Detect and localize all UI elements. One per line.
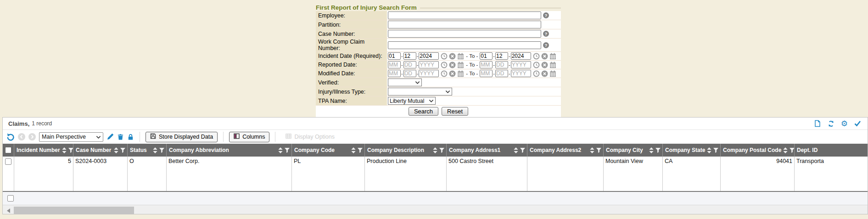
sort-icon[interactable]	[351, 147, 356, 153]
sort-icon[interactable]	[278, 147, 283, 153]
sort-icon[interactable]	[153, 147, 157, 153]
column-header-company-postal-code[interactable]: Company Postal Code	[721, 144, 795, 157]
store-displayed-data-button[interactable]: Store Displayed Data	[146, 132, 218, 142]
column-header-case-number[interactable]: Case Number	[73, 144, 128, 157]
clock-icon[interactable]	[533, 53, 540, 60]
calendar-icon[interactable]	[457, 62, 464, 68]
column-header-company-abbreviation[interactable]: Company Abbreviation	[167, 144, 292, 157]
clock-icon[interactable]	[533, 62, 540, 68]
filter-icon[interactable]	[790, 148, 795, 153]
reported-to-day-input[interactable]	[495, 61, 508, 68]
column-header-company-city[interactable]: Company City	[604, 144, 663, 157]
incident-to-year-input[interactable]	[511, 52, 531, 60]
reported-to-year-input[interactable]	[511, 61, 531, 68]
column-header-company-description[interactable]: Company Description	[365, 144, 447, 157]
column-header-status[interactable]: Status	[128, 144, 167, 157]
column-header-company-address1[interactable]: Company Address1	[447, 144, 527, 157]
select-all-checkbox[interactable]	[6, 147, 11, 153]
filter-icon[interactable]	[159, 148, 164, 153]
calendar-icon[interactable]	[549, 62, 556, 68]
edit-pencil-icon[interactable]	[106, 133, 114, 140]
case-number-input[interactable]	[388, 30, 541, 38]
verified-select[interactable]	[388, 79, 422, 86]
clear-icon[interactable]	[449, 62, 456, 68]
clear-icon[interactable]	[541, 62, 548, 68]
clear-icon[interactable]	[449, 53, 456, 60]
sort-icon[interactable]	[514, 147, 518, 153]
incident-to-day-input[interactable]	[495, 52, 508, 60]
sort-icon[interactable]	[649, 147, 654, 153]
columns-button[interactable]: Columns	[229, 132, 269, 142]
new-document-icon[interactable]	[814, 120, 821, 127]
sort-icon[interactable]	[433, 147, 437, 153]
scrollbar-thumb[interactable]	[14, 207, 134, 214]
tpa-name-select[interactable]: Liberty Mutual	[388, 97, 436, 105]
modified-to-year-input[interactable]	[511, 70, 531, 77]
reported-from-year-input[interactable]	[419, 61, 439, 68]
select-all-header-cell[interactable]	[3, 144, 14, 157]
filter-icon[interactable]	[439, 148, 444, 153]
column-header-company-address2[interactable]: Company Address2	[527, 144, 604, 157]
gear-icon[interactable]: ⚙	[841, 120, 848, 128]
calendar-icon[interactable]	[549, 70, 556, 77]
table-row[interactable]: 5S2024-0003OBetter Corp.PLProduction Lin…	[3, 157, 868, 192]
search-button[interactable]: Search	[409, 107, 438, 116]
sort-icon[interactable]	[707, 147, 711, 153]
work-comp-input[interactable]	[388, 41, 541, 49]
modified-to-day-input[interactable]	[495, 70, 508, 77]
clear-icon[interactable]	[541, 70, 548, 77]
filter-icon[interactable]	[285, 148, 290, 153]
scrollbar-left-arrow-icon[interactable]	[7, 208, 10, 213]
filter-icon[interactable]	[120, 148, 125, 153]
partition-input[interactable]	[388, 21, 541, 28]
perspective-select[interactable]: Main Perspective	[39, 132, 103, 142]
sort-icon[interactable]	[62, 147, 67, 153]
column-header-company-code[interactable]: Company Code	[292, 144, 365, 157]
column-header-company-state[interactable]: Company State	[663, 144, 721, 157]
clock-icon[interactable]	[533, 70, 540, 77]
clock-icon[interactable]	[441, 62, 448, 68]
incident-from-day-input[interactable]	[403, 52, 416, 60]
clock-icon[interactable]	[441, 70, 448, 77]
sort-icon[interactable]	[783, 147, 788, 153]
modified-from-month-input[interactable]	[388, 70, 401, 77]
help-icon[interactable]: ?	[543, 42, 549, 48]
calendar-icon[interactable]	[457, 70, 464, 77]
calendar-icon[interactable]	[549, 53, 556, 60]
column-header-incident-number[interactable]: Incident Number	[14, 144, 73, 157]
clear-icon[interactable]	[449, 70, 456, 77]
incident-from-year-input[interactable]	[419, 52, 439, 60]
footer-checkbox[interactable]	[7, 195, 14, 202]
lock-icon[interactable]	[127, 134, 134, 140]
horizontal-scrollbar[interactable]	[3, 205, 868, 214]
clock-icon[interactable]	[441, 53, 448, 60]
modified-to-month-input[interactable]	[480, 70, 493, 77]
sort-icon[interactable]	[590, 147, 594, 153]
employee-input[interactable]	[388, 11, 541, 19]
reported-from-day-input[interactable]	[403, 61, 416, 68]
filter-icon[interactable]	[68, 148, 73, 153]
sort-icon[interactable]	[114, 147, 118, 153]
undo-icon[interactable]	[6, 133, 15, 141]
filter-icon[interactable]	[520, 148, 525, 153]
refresh-icon[interactable]	[827, 120, 835, 128]
calendar-icon[interactable]	[457, 53, 464, 60]
filter-icon[interactable]	[655, 148, 661, 153]
row-checkbox[interactable]	[5, 158, 11, 165]
reported-to-month-input[interactable]	[480, 61, 493, 68]
modified-from-year-input[interactable]	[419, 70, 439, 77]
checkmark-icon[interactable]	[854, 120, 861, 127]
incident-from-month-input[interactable]	[388, 52, 401, 60]
injury-type-select[interactable]	[388, 88, 452, 95]
delete-trash-icon[interactable]	[117, 134, 124, 140]
modified-from-day-input[interactable]	[403, 70, 416, 77]
clear-icon[interactable]	[541, 53, 548, 60]
filter-icon[interactable]	[358, 148, 363, 153]
help-icon[interactable]: ?	[543, 31, 549, 37]
filter-icon[interactable]	[596, 148, 601, 153]
help-icon[interactable]: ?	[543, 12, 549, 18]
filter-icon[interactable]	[713, 148, 718, 153]
reset-button[interactable]: Reset	[442, 107, 468, 116]
incident-to-month-input[interactable]	[480, 52, 493, 60]
reported-from-month-input[interactable]	[388, 61, 401, 68]
